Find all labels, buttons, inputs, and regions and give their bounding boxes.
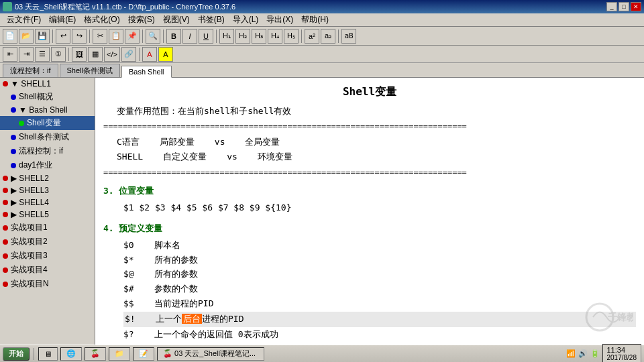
menu-file[interactable]: 云文件(F) (3, 13, 45, 27)
sidebar-item-condition[interactable]: Shell条件测试 (0, 130, 95, 144)
cut-button[interactable]: ✂ (93, 29, 107, 44)
page-title: Shell变量 (103, 83, 636, 101)
sidebar-item-hw[interactable]: day1作业 (0, 158, 95, 172)
menu-export[interactable]: 导出(X) (262, 13, 297, 27)
italic-button[interactable]: I (182, 29, 197, 44)
shell4-dot (3, 200, 8, 205)
row2-col3: vs (227, 150, 237, 164)
code-button[interactable]: </> (104, 47, 120, 62)
battery-icon: 🔋 (590, 349, 600, 358)
undo-button[interactable]: ↩ (56, 29, 70, 44)
new-button[interactable]: 📄 (3, 29, 17, 44)
sidebar-shell3-label: ▶ SHELL3 (11, 186, 49, 195)
menu-search[interactable]: 搜索(S) (124, 13, 159, 27)
sidebar-hw-label: day1作业 (19, 160, 52, 171)
taskbar-explorer[interactable]: 🖥 (38, 347, 58, 361)
table-button[interactable]: ▦ (88, 47, 103, 62)
sidebar-item-shell1[interactable]: ▼ SHELL1 (0, 78, 95, 90)
underline-button[interactable]: U (199, 29, 213, 44)
redo-button[interactable]: ↪ (72, 29, 87, 44)
h3-button[interactable]: H₃ (252, 29, 266, 44)
sidebar-item-shell-var[interactable]: Shell变量 (0, 116, 95, 130)
h2-button[interactable]: H₂ (235, 29, 250, 44)
monospace-button[interactable]: aB (341, 29, 356, 44)
taskbar-cherry[interactable]: 🍒 (85, 347, 106, 361)
row1-col1: C语言 (117, 135, 140, 149)
window-controls[interactable]: _ □ ✕ (606, 2, 641, 11)
sidebar-item-if[interactable]: 流程控制：if (0, 144, 95, 158)
tab-condition[interactable]: Shell条件测试 (60, 64, 120, 77)
cherry-icon: 🍒 (91, 349, 100, 358)
menu-view[interactable]: 视图(V) (159, 13, 194, 27)
tab-bash[interactable]: Bash Shell (121, 66, 172, 78)
sep1 (52, 29, 53, 43)
app5-icon: 📝 (139, 349, 148, 358)
taskbar-ie[interactable]: 🌐 (60, 347, 82, 361)
menu-format[interactable]: 格式化(O) (80, 13, 123, 27)
sidebar-shell2-label: ▶ SHELL2 (11, 174, 49, 183)
indent-left-button[interactable]: ⇤ (3, 47, 17, 62)
menu-import[interactable]: 导入(L) (229, 13, 263, 27)
sidebar-item-bash[interactable]: ▼ Bash Shell (0, 104, 95, 116)
start-button[interactable]: 开始 (3, 347, 30, 361)
row2-col4: 环境变量 (258, 150, 292, 164)
number-button[interactable]: ① (51, 47, 66, 62)
maximize-button[interactable]: □ (619, 2, 629, 11)
menu-edit[interactable]: 编辑(E) (45, 13, 80, 27)
taskbar-cherrytree-window[interactable]: 🍒 03 天云_Shell课程笔记... (157, 347, 264, 361)
sidebar-item-shell5[interactable]: ▶ SHELL5 (0, 208, 95, 221)
h4-button[interactable]: H₄ (268, 29, 282, 44)
indent-right-button[interactable]: ⇥ (19, 47, 34, 62)
superscript-button[interactable]: a² (305, 29, 319, 44)
sidebar-item-shell2[interactable]: ▶ SHELL2 (0, 172, 95, 184)
link-button[interactable]: 🔗 (121, 47, 136, 62)
taskbar-app5[interactable]: 📝 (133, 347, 154, 361)
bgcolor-button[interactable]: A (158, 47, 173, 62)
h1-button[interactable]: H₁ (219, 29, 234, 44)
sidebar-item-projn[interactable]: 实战项目N (0, 277, 95, 291)
color-button[interactable]: A (142, 47, 157, 62)
overview-dot (11, 95, 16, 100)
sidebar-item-proj3[interactable]: 实战项目3 (0, 249, 95, 263)
bold-button[interactable]: B (166, 29, 181, 44)
main-toolbar: 📄 📂 💾 ↩ ↪ ✂ 📋 📌 🔍 B I U H₁ H₂ H₃ H₄ H₅ a… (0, 27, 644, 46)
section4-header: 4. 预定义变量 (103, 222, 636, 236)
app-icon (3, 2, 12, 11)
image-button[interactable]: 🖼 (72, 47, 87, 62)
taskbar-app4[interactable]: 📁 (109, 347, 130, 361)
subscript-button[interactable]: a₂ (321, 29, 335, 44)
sidebar-item-proj1[interactable]: 实战项目1 (0, 221, 95, 235)
row1-col4: 全局变量 (245, 135, 280, 149)
copy-button[interactable]: 📋 (109, 29, 123, 44)
sep4 (163, 29, 164, 43)
sidebar-item-proj4[interactable]: 实战项目4 (0, 263, 95, 277)
sidebar-item-shell4[interactable]: ▶ SHELL4 (0, 196, 95, 208)
title-text: 03 天云_Shell课程笔记 v11.1.ctb - D:\ftp_publi… (15, 2, 235, 12)
content-area[interactable]: Shell变量 变量作用范围：在当前shell和子shell有效 =======… (95, 78, 644, 345)
bullet-button[interactable]: ☰ (35, 47, 50, 62)
h5-button[interactable]: H₅ (284, 29, 299, 44)
sidebar-overview-label: Shell概况 (19, 91, 53, 103)
divider-bottom: ========================================… (103, 166, 636, 179)
close-button[interactable]: ✕ (631, 2, 641, 11)
sidebar-item-shell3[interactable]: ▶ SHELL3 (0, 184, 95, 196)
open-button[interactable]: 📂 (19, 29, 34, 44)
search-button[interactable]: 🔍 (146, 29, 160, 44)
sidebar-item-proj2[interactable]: 实战项目2 (0, 235, 95, 249)
explorer-icon: 🖥 (44, 350, 52, 358)
tab-if[interactable]: 流程控制：if (3, 64, 58, 77)
taskbar-tray: 📶 🔊 🔋 11:34 2017/8/28 (566, 344, 642, 362)
save-button[interactable]: 💾 (35, 29, 50, 44)
proj3-dot (3, 253, 8, 259)
format-toolbar: ⇤ ⇥ ☰ ① 🖼 ▦ </> 🔗 A A (0, 46, 644, 63)
sep2 (89, 29, 90, 43)
network-icon: 📶 (566, 349, 576, 358)
sidebar-item-overview[interactable]: Shell概况 (0, 90, 95, 104)
watermark: 千锋教育 (580, 300, 633, 339)
paste-button[interactable]: 📌 (125, 29, 140, 44)
menu-bookmark[interactable]: 书签(B) (194, 13, 229, 27)
menu-bar: 云文件(F) 编辑(E) 格式化(O) 搜索(S) 视图(V) 书签(B) 导入… (0, 13, 644, 27)
minimize-button[interactable]: _ (606, 2, 617, 11)
proj2-dot (3, 239, 8, 245)
menu-help[interactable]: 帮助(H) (297, 13, 333, 27)
